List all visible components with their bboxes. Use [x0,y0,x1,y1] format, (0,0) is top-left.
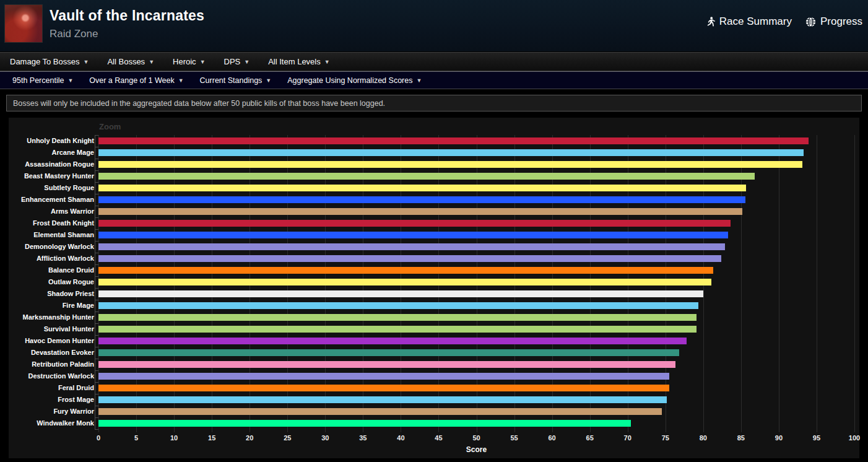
y-axis-tick [95,276,98,277]
x-tick-label: 90 [775,434,783,442]
x-tick-label: 95 [813,434,820,442]
category-label: Demonology Warlock [25,243,94,250]
bar-fire-mage[interactable] [98,302,698,309]
y-axis-tick [95,241,98,242]
category-label: Affliction Warlock [37,255,94,262]
x-tick-label: 25 [284,434,291,442]
bar-frost-mage[interactable] [98,396,667,403]
filter-current-standings[interactable]: Current Standings▼ [200,76,272,85]
y-axis-tick [95,429,98,430]
bar-havoc-demon-hunter[interactable] [98,338,687,344]
bar-retribution-paladin[interactable] [98,361,675,368]
x-tick-label: 20 [246,434,253,442]
x-tick-label: 100 [849,434,860,442]
x-tick-label: 70 [624,434,631,442]
bar-subtlety-rogue[interactable] [98,185,746,191]
category-label: Feral Druid [58,384,94,391]
bar-fury-warrior[interactable] [98,408,662,415]
bar-destruction-warlock[interactable] [98,373,669,380]
category-label: Devastation Evoker [31,349,94,356]
category-label: Arms Warrior [51,207,94,215]
bar-unholy-death-knight[interactable] [98,137,809,144]
dropdown-label: All Bosses [107,57,145,66]
filter-95th-percentile[interactable]: 95th Percentile▼ [12,76,73,85]
chevron-down-icon: ▼ [416,77,422,84]
filter-over-a-range-of-1-week[interactable]: Over a Range of 1 Week▼ [89,76,183,85]
bar-assassination-rogue[interactable] [98,161,802,168]
bar-enhancement-shaman[interactable] [98,196,745,203]
bar-survival-hunter[interactable] [98,326,697,333]
category-label: Shadow Priest [47,290,94,297]
bar-outlaw-rogue[interactable] [98,279,711,285]
y-axis-tick [95,417,98,418]
filter-bar-primary: Damage To Bosses▼All Bosses▼Heroic▼DPS▼A… [0,52,868,71]
x-tick-label: 50 [472,434,480,442]
gridline [817,135,817,432]
dropdown-label: Over a Range of 1 Week [89,76,174,85]
y-axis-tick [95,394,98,394]
y-axis-tick [95,194,98,194]
dropdown-label: Damage To Bosses [10,57,80,66]
gridline [779,135,779,432]
filter-aggregate-using-normalized-scores[interactable]: Aggregate Using Normalized Scores▼ [287,76,422,85]
filter-all-bosses[interactable]: All Bosses▼ [107,57,154,66]
y-axis-tick [95,288,98,289]
filter-damage-to-bosses[interactable]: Damage To Bosses▼ [10,57,89,66]
category-label: Fire Mage [63,302,94,309]
filter-bar-secondary: 95th Percentile▼Over a Range of 1 Week▼C… [0,71,868,89]
chevron-down-icon: ▼ [149,58,154,65]
category-label: Beast Mastery Hunter [24,172,94,180]
race-summary-link[interactable]: Race Summary [706,15,792,28]
y-axis-tick [95,217,98,218]
gridline [854,135,855,432]
bar-feral-druid[interactable] [98,385,669,391]
progress-label: Progress [820,15,862,28]
x-tick-label: 10 [170,434,178,442]
x-tick-label: 0 [97,434,100,442]
x-tick-label: 65 [586,434,594,442]
progress-link[interactable]: Progress [805,15,862,28]
category-label: Frost Mage [58,396,94,403]
chevron-down-icon: ▼ [84,58,89,65]
filter-heroic[interactable]: Heroic▼ [173,57,206,66]
filter-all-item-levels[interactable]: All Item Levels▼ [268,57,329,66]
y-axis-tick [95,206,98,206]
y-axis-tick [95,182,98,183]
y-axis-tick [95,135,98,136]
dropdown-label: DPS [224,57,241,66]
page-title: Vault of the Incarnates [50,7,204,24]
dropdown-label: Heroic [173,57,196,66]
dropdown-label: Aggregate Using Normalized Scores [287,76,412,85]
category-label: Unholy Death Knight [27,137,94,144]
y-axis-tick [95,359,98,359]
bar-arcane-mage[interactable] [98,149,804,156]
x-tick-label: 5 [134,434,138,442]
bar-demonology-warlock[interactable] [98,243,725,250]
dropdown-label: Current Standings [200,76,263,85]
bar-arms-warrior[interactable] [98,208,742,215]
bar-affliction-warlock[interactable] [98,255,721,262]
dropdown-label: 95th Percentile [12,76,64,85]
header-links: Race Summary Progress [706,15,862,28]
bar-balance-druid[interactable] [98,267,713,274]
zone-subtitle: Raid Zone [50,28,98,40]
bar-windwalker-monk[interactable] [98,420,631,427]
race-summary-label: Race Summary [719,15,792,28]
category-label: Elemental Shaman [33,231,94,238]
bar-marksmanship-hunter[interactable] [98,314,697,321]
bar-devastation-evoker[interactable] [98,349,679,356]
globe-icon [805,17,816,27]
category-label: Windwalker Monk [37,419,94,427]
y-axis-tick [95,382,98,383]
gridline [741,135,742,432]
bar-elemental-shaman[interactable] [98,232,728,238]
filter-dps[interactable]: DPS▼ [224,57,250,66]
bar-frost-death-knight[interactable] [98,220,731,227]
x-tick-label: 75 [662,434,669,442]
bar-beast-mastery-hunter[interactable] [98,173,755,180]
category-label: Frost Death Knight [33,219,94,227]
category-label: Assassination Rogue [25,160,94,168]
chart-plot-area: Unholy Death KnightArcane MageAssassinat… [9,118,859,458]
bar-shadow-priest[interactable] [98,290,703,297]
x-axis-title: Score [466,445,487,454]
